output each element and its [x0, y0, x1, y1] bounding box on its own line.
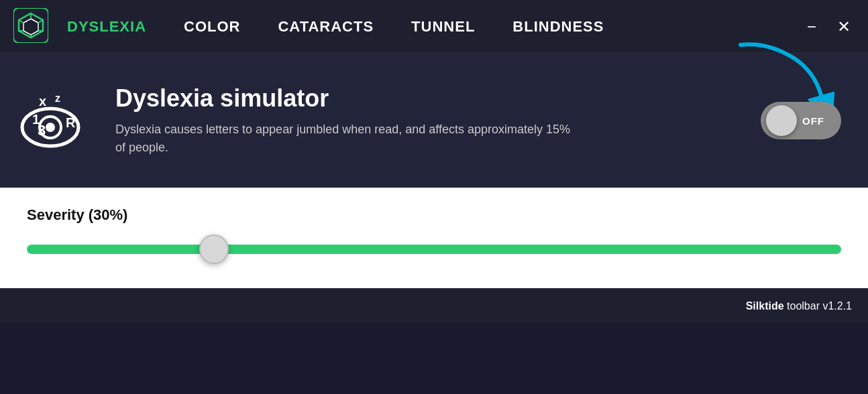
severity-section: Severity (30%)	[0, 188, 868, 288]
nav-item-color[interactable]: COLOR	[165, 0, 259, 54]
nav-item-dyslexia[interactable]: DYSLEXIA	[48, 0, 165, 54]
footer-brand: Silktide	[746, 300, 784, 312]
footer-text: Silktide toolbar v1.2.1	[746, 300, 852, 312]
dyslexia-icon: x z 1 3 R	[13, 87, 94, 154]
toggle-area: OFF	[761, 102, 841, 139]
slider-track	[27, 245, 841, 254]
toggle-label: OFF	[802, 115, 824, 127]
simulator-title: Dyslexia simulator	[115, 84, 734, 113]
nav-item-tunnel[interactable]: TUNNEL	[392, 0, 494, 54]
nav-item-cataracts[interactable]: CATARACTS	[259, 0, 392, 54]
toggle-knob	[766, 105, 797, 136]
nav-item-blindness[interactable]: BLINDNESS	[494, 0, 622, 54]
slider-thumb[interactable]	[199, 235, 229, 264]
svg-text:x: x	[39, 94, 46, 109]
svg-text:R: R	[66, 115, 76, 130]
simulator-description: Dyslexia causes letters to appear jumble…	[115, 121, 572, 157]
svg-text:z: z	[55, 92, 60, 104]
toggle-switch[interactable]: OFF	[761, 102, 841, 139]
arrow-icon	[727, 38, 834, 112]
close-button[interactable]: ✕	[833, 16, 855, 38]
svg-text:3: 3	[38, 122, 46, 139]
footer: Silktide toolbar v1.2.1	[0, 288, 868, 323]
severity-label: Severity (30%)	[27, 206, 841, 224]
simulator-info: Dyslexia simulator Dyslexia causes lette…	[115, 84, 734, 157]
footer-version: toolbar v1.2.1	[784, 300, 852, 312]
window-controls: − ✕	[801, 16, 855, 38]
svg-point-11	[46, 123, 55, 132]
simulator-panel: x z 1 3 R Dyslexia simulator Dyslexia ca…	[0, 54, 868, 188]
slider-container	[27, 237, 841, 261]
minimize-button[interactable]: −	[801, 16, 822, 38]
nav-items: DYSLEXIA COLOR CATARACTS TUNNEL BLINDNES…	[48, 0, 801, 54]
logo[interactable]	[13, 8, 48, 46]
